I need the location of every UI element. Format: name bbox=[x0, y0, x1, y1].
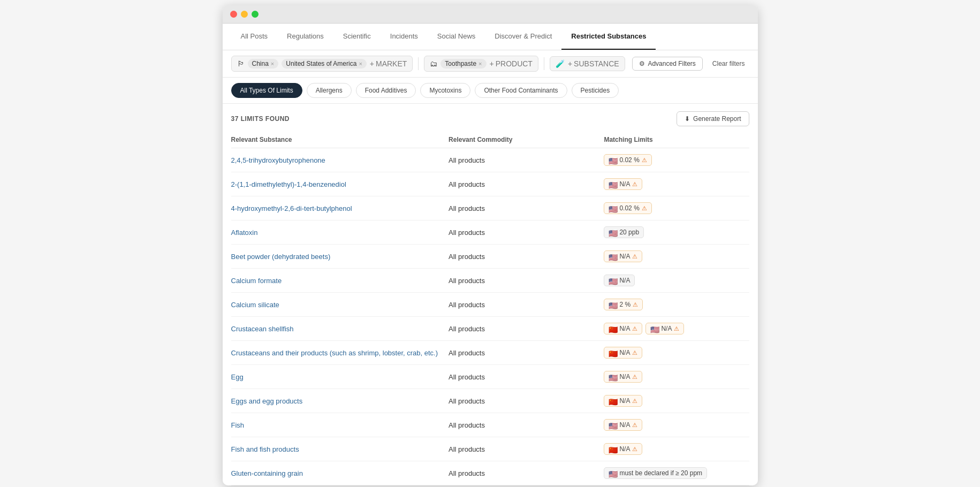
generate-report-button[interactable]: ⬇ Generate Report bbox=[677, 111, 749, 126]
col-header-substance: Relevant Substance bbox=[231, 132, 449, 148]
limit-badge[interactable]: 🇨🇳N/A⚠ bbox=[604, 323, 642, 334]
substance-cell[interactable]: Calcium formate bbox=[231, 269, 449, 293]
limit-value: 20 ppb bbox=[619, 229, 639, 236]
advanced-filters-button[interactable]: ⚙ Advanced Filters bbox=[632, 57, 702, 71]
type-pill-other-food[interactable]: Other Food Contaminants bbox=[475, 83, 567, 98]
product-icon: 🗂 bbox=[430, 59, 437, 68]
nav-item-all-posts[interactable]: All Posts bbox=[231, 24, 278, 50]
limits-cell: 🇨🇳N/A⚠🇺🇸N/A⚠ bbox=[604, 317, 749, 341]
warning-icon: ⚠ bbox=[632, 446, 637, 453]
type-pill-all[interactable]: All Types Of Limits bbox=[231, 83, 302, 98]
col-header-commodity: Relevant Commodity bbox=[449, 132, 604, 148]
warning-icon: ⚠ bbox=[642, 205, 647, 212]
plus-icon-3: + bbox=[568, 59, 572, 68]
nav-item-social-news[interactable]: Social News bbox=[428, 24, 485, 50]
add-substance-button[interactable]: + SUBSTANCE bbox=[568, 59, 619, 68]
substance-cell[interactable]: Eggs and egg products bbox=[231, 389, 449, 413]
type-pill-pesticides[interactable]: Pesticides bbox=[572, 83, 619, 98]
minimize-button[interactable] bbox=[241, 11, 248, 18]
nav-item-scientific[interactable]: Scientific bbox=[333, 24, 381, 50]
add-product-button[interactable]: + PRODUCT bbox=[490, 59, 533, 68]
limit-badge[interactable]: 🇨🇳N/A⚠ bbox=[604, 443, 642, 455]
table-row: Beet powder (dehydrated beets)All produc… bbox=[231, 245, 749, 269]
substance-cell[interactable]: Gluten-containing grain bbox=[231, 461, 449, 485]
limit-badge[interactable]: 🇺🇸20 ppb bbox=[604, 226, 644, 238]
clear-filters-button[interactable]: Clear filters bbox=[708, 57, 749, 70]
flag-icon: 🇺🇸 bbox=[609, 206, 617, 211]
nav-item-restricted-substances[interactable]: Restricted Substances bbox=[561, 24, 656, 50]
add-market-button[interactable]: + MARKET bbox=[370, 59, 407, 68]
results-header: 37 LIMITS FOUND ⬇ Generate Report bbox=[231, 104, 749, 132]
plus-icon: + bbox=[370, 59, 374, 68]
limit-badge[interactable]: 🇺🇸0.02 %⚠ bbox=[604, 154, 651, 166]
type-pill-food-additives[interactable]: Food Additives bbox=[356, 83, 416, 98]
nav-bar: All Posts Regulations Scientific Inciden… bbox=[223, 24, 758, 50]
flag-icon: 🇨🇳 bbox=[609, 326, 617, 332]
substance-cell[interactable]: Crustacean shellfish bbox=[231, 317, 449, 341]
commodity-cell: All products bbox=[449, 413, 604, 437]
substance-cell[interactable]: Egg bbox=[231, 365, 449, 389]
limit-badge[interactable]: 🇺🇸N/A⚠ bbox=[645, 323, 684, 334]
titlebar bbox=[223, 5, 758, 24]
china-remove-icon[interactable]: × bbox=[271, 60, 274, 67]
close-button[interactable] bbox=[230, 11, 237, 18]
substance-cell[interactable]: Crustaceans and their products (such as … bbox=[231, 341, 449, 365]
limits-cell: 🇺🇸N/A⚠ bbox=[604, 413, 749, 437]
usa-filter-chip[interactable]: United States of America × bbox=[282, 59, 367, 69]
limit-badge[interactable]: 🇺🇸0.02 %⚠ bbox=[604, 202, 651, 214]
generate-report-label: Generate Report bbox=[693, 115, 741, 123]
substance-cell[interactable]: 2-(1,1-dimethylethyl)-1,4-benzenediol bbox=[231, 172, 449, 196]
type-pill-allergens[interactable]: Allergens bbox=[307, 83, 352, 98]
warning-icon: ⚠ bbox=[632, 181, 637, 188]
limit-value: 2 % bbox=[619, 301, 630, 308]
toothpaste-remove-icon[interactable]: × bbox=[478, 60, 482, 67]
filter-divider-2 bbox=[544, 57, 544, 70]
warning-icon: ⚠ bbox=[632, 325, 637, 332]
filter-icon: ⚙ bbox=[639, 60, 645, 67]
nav-item-discover-predict[interactable]: Discover & Predict bbox=[485, 24, 561, 50]
nav-item-regulations[interactable]: Regulations bbox=[277, 24, 333, 50]
limits-cell: 🇺🇸N/A⚠ bbox=[604, 245, 749, 269]
warning-icon: ⚠ bbox=[632, 422, 637, 429]
limit-badge[interactable]: 🇺🇸N/A bbox=[604, 275, 635, 286]
filter-bar: 🏳 China × United States of America × + M… bbox=[223, 50, 758, 78]
nav-item-incidents[interactable]: Incidents bbox=[381, 24, 428, 50]
substance-cell[interactable]: Aflatoxin bbox=[231, 220, 449, 245]
filter-divider-1 bbox=[418, 57, 419, 70]
china-filter-chip[interactable]: China × bbox=[248, 59, 279, 69]
plus-icon-2: + bbox=[490, 59, 494, 68]
limit-badge[interactable]: 🇺🇸N/A⚠ bbox=[604, 178, 642, 190]
limit-badge[interactable]: 🇺🇸N/A⚠ bbox=[604, 371, 642, 383]
substance-cell[interactable]: Fish bbox=[231, 413, 449, 437]
limits-cell: 🇺🇸0.02 %⚠ bbox=[604, 148, 749, 172]
limit-badge[interactable]: 🇺🇸N/A⚠ bbox=[604, 250, 642, 262]
usa-remove-icon[interactable]: × bbox=[359, 60, 362, 67]
limit-value: N/A bbox=[661, 325, 672, 332]
type-pill-mycotoxins[interactable]: Mycotoxins bbox=[420, 83, 470, 98]
maximize-button[interactable] bbox=[252, 11, 259, 18]
limit-value: N/A bbox=[619, 421, 630, 429]
limit-badge[interactable]: 🇺🇸must be declared if ≥ 20 ppm bbox=[604, 467, 707, 479]
commodity-cell: All products bbox=[449, 148, 604, 172]
substance-cell[interactable]: Calcium silicate bbox=[231, 293, 449, 317]
flag-icon: 🏳 bbox=[237, 59, 245, 68]
limits-cell: 🇺🇸N/A⚠ bbox=[604, 172, 749, 196]
limit-badge[interactable]: 🇺🇸N/A⚠ bbox=[604, 419, 642, 431]
warning-icon: ⚠ bbox=[633, 301, 638, 308]
substance-cell[interactable]: 2,4,5-trihydroxybutyrophenone bbox=[231, 148, 449, 172]
limit-badge[interactable]: 🇨🇳N/A⚠ bbox=[604, 347, 642, 359]
substance-cell[interactable]: 4-hydroxymethyl-2,6-di-tert-butylphenol bbox=[231, 196, 449, 220]
commodity-cell: All products bbox=[449, 317, 604, 341]
limit-badge[interactable]: 🇨🇳N/A⚠ bbox=[604, 395, 642, 407]
table-row: Crustacean shellfishAll products🇨🇳N/A⚠🇺🇸… bbox=[231, 317, 749, 341]
table-row: Calcium formateAll products🇺🇸N/A bbox=[231, 269, 749, 293]
market-label: MARKET bbox=[376, 59, 407, 68]
substance-cell[interactable]: Fish and fish products bbox=[231, 437, 449, 461]
limit-badge[interactable]: 🇺🇸2 %⚠ bbox=[604, 299, 643, 310]
toothpaste-filter-chip[interactable]: Toothpaste × bbox=[440, 59, 486, 69]
app-window: All Posts Regulations Scientific Inciden… bbox=[223, 5, 758, 485]
product-filter-group: 🗂 Toothpaste × + PRODUCT bbox=[424, 56, 538, 72]
commodity-cell: All products bbox=[449, 437, 604, 461]
table-row: Crustaceans and their products (such as … bbox=[231, 341, 749, 365]
substance-cell[interactable]: Beet powder (dehydrated beets) bbox=[231, 245, 449, 269]
